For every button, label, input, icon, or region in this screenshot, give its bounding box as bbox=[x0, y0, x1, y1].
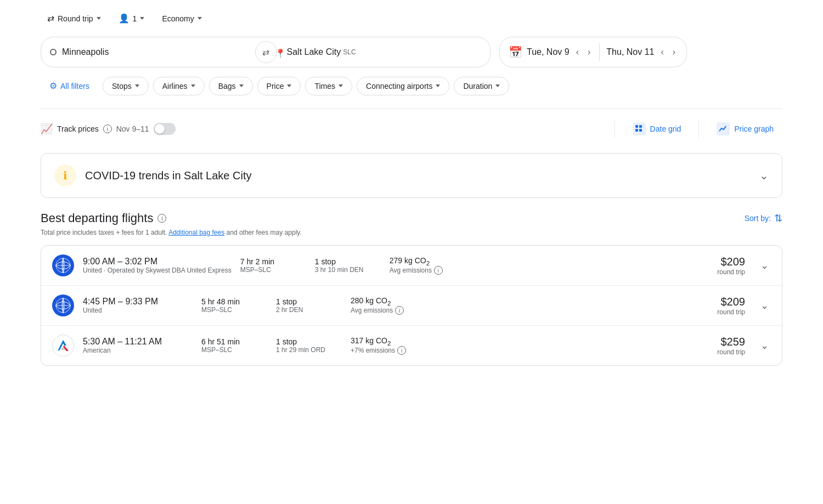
flight-row[interactable]: 5:30 AM – 11:21 AM American 6 hr 51 min … bbox=[41, 326, 782, 365]
flight-row[interactable]: 9:00 AM – 3:02 PM United · Operated by S… bbox=[41, 246, 782, 286]
price-graph-button[interactable]: Price graph bbox=[708, 118, 782, 140]
sort-by-label: Sort by: bbox=[745, 214, 771, 223]
track-prices-right: Date grid Price graph bbox=[610, 118, 782, 140]
bags-filter-button[interactable]: Bags bbox=[209, 77, 253, 95]
flight-price: $259 round trip bbox=[717, 336, 745, 356]
flight-expand-button[interactable]: ⌄ bbox=[758, 297, 771, 314]
connecting-airports-chevron-icon bbox=[436, 84, 440, 87]
swap-button[interactable]: ⇄ bbox=[255, 41, 277, 63]
calendar-icon: 📅 bbox=[509, 46, 522, 59]
flight-times: 9:00 AM – 3:02 PM United · Operated by S… bbox=[83, 257, 232, 274]
return-date-prev-button[interactable]: ‹ bbox=[658, 45, 666, 59]
price-chevron-icon bbox=[287, 84, 291, 87]
passengers-button[interactable]: 👤 1 bbox=[112, 9, 151, 28]
svg-rect-3 bbox=[639, 129, 642, 132]
emissions-info-icon[interactable]: i bbox=[395, 306, 404, 315]
airlines-chevron-icon bbox=[191, 84, 195, 87]
additional-bag-fees-link[interactable]: Additional bag fees bbox=[168, 229, 224, 236]
cabin-class-chevron-icon bbox=[198, 17, 202, 20]
times-filter-button[interactable]: Times bbox=[305, 77, 352, 95]
emissions-info-icon[interactable]: i bbox=[434, 266, 443, 275]
airlines-filter-button[interactable]: Airlines bbox=[153, 77, 205, 95]
flight-time-main: 5:30 AM – 11:21 AM bbox=[83, 337, 193, 347]
destination-code: SLC bbox=[343, 48, 356, 56]
date-grid-label: Date grid bbox=[650, 124, 681, 133]
flight-duration: 6 hr 51 min MSP–SLC bbox=[201, 337, 267, 354]
return-date[interactable]: Thu, Nov 11 bbox=[606, 47, 654, 57]
return-date-next-button[interactable]: › bbox=[670, 45, 678, 59]
sort-icon: ⇅ bbox=[774, 212, 782, 224]
destination-input[interactable]: 📍 Salt Lake City SLC bbox=[266, 47, 482, 57]
flight-depart-time: 5:30 AM bbox=[83, 337, 115, 346]
flights-list: 9:00 AM – 3:02 PM United · Operated by S… bbox=[41, 245, 782, 366]
emissions-info-icon[interactable]: i bbox=[397, 346, 406, 355]
track-prices-date: Nov 9–11 bbox=[116, 124, 149, 133]
flight-stops: 1 stop 3 hr 10 min DEN bbox=[315, 257, 381, 274]
flight-stop-detail: 2 hr DEN bbox=[276, 306, 342, 314]
connecting-airports-label: Connecting airports bbox=[366, 82, 432, 90]
svg-rect-1 bbox=[639, 125, 642, 128]
divider bbox=[41, 109, 782, 109]
flight-price: $209 round trip bbox=[717, 256, 745, 276]
flight-stops: 1 stop 2 hr DEN bbox=[276, 297, 342, 314]
covid-info-icon: ℹ bbox=[54, 165, 76, 186]
stops-filter-button[interactable]: Stops bbox=[103, 77, 149, 95]
round-trip-icon: ⇄ bbox=[47, 13, 54, 24]
flight-duration: 5 hr 48 min MSP–SLC bbox=[201, 297, 267, 314]
flight-depart-time: 9:00 AM bbox=[83, 257, 115, 266]
all-filters-label: All filters bbox=[60, 82, 89, 90]
svg-rect-2 bbox=[635, 129, 638, 132]
flight-stops-main: 1 stop bbox=[276, 337, 342, 346]
flight-price-main: $209 bbox=[717, 296, 745, 308]
flight-expand-button[interactable]: ⌄ bbox=[758, 337, 771, 354]
cabin-class-button[interactable]: Economy bbox=[155, 10, 208, 27]
track-separator-2 bbox=[698, 120, 699, 138]
flight-time-dash: – bbox=[117, 337, 125, 346]
best-departing-title: Best departing flights bbox=[41, 211, 153, 225]
flight-time-main: 4:45 PM – 9:33 PM bbox=[83, 297, 193, 307]
flight-dur-main: 7 hr 2 min bbox=[240, 257, 306, 266]
flight-duration: 7 hr 2 min MSP–SLC bbox=[240, 257, 306, 274]
track-prices-info-icon[interactable]: i bbox=[103, 124, 112, 133]
flight-airline: United bbox=[83, 307, 193, 314]
best-departing-info-icon[interactable]: i bbox=[157, 214, 166, 223]
flight-times: 5:30 AM – 11:21 AM American bbox=[83, 337, 193, 354]
covid-card[interactable]: ℹ COVID-19 trends in Salt Lake City ⌄ bbox=[41, 153, 782, 198]
times-label: Times bbox=[314, 82, 335, 90]
flight-co2: 317 kg CO2 bbox=[351, 336, 427, 347]
svg-rect-0 bbox=[635, 125, 638, 128]
flight-stop-detail: 1 hr 29 min ORD bbox=[276, 346, 342, 354]
person-icon: 👤 bbox=[119, 13, 129, 24]
top-bar: ⇄ Round trip 👤 1 Economy bbox=[41, 9, 782, 28]
depart-date[interactable]: Tue, Nov 9 bbox=[527, 47, 570, 57]
all-filters-button[interactable]: ⚙ All filters bbox=[41, 76, 98, 95]
price-filter-button[interactable]: Price bbox=[257, 77, 301, 95]
flight-price-sub: round trip bbox=[717, 348, 745, 356]
sort-by-button[interactable]: Sort by: ⇅ bbox=[745, 212, 782, 224]
flight-expand-button[interactable]: ⌄ bbox=[758, 257, 771, 274]
track-prices-toggle[interactable] bbox=[154, 123, 176, 135]
flight-row[interactable]: 4:45 PM – 9:33 PM United 5 hr 48 min MSP… bbox=[41, 286, 782, 326]
depart-date-prev-button[interactable]: ‹ bbox=[574, 45, 581, 59]
flight-stops: 1 stop 1 hr 29 min ORD bbox=[276, 337, 342, 354]
times-chevron-icon bbox=[339, 84, 343, 87]
flight-stop-detail: 3 hr 10 min DEN bbox=[315, 266, 381, 274]
subtitle-suffix: and other fees may apply. bbox=[227, 229, 302, 236]
trip-type-label: Round trip bbox=[58, 14, 93, 23]
airline-logo bbox=[52, 335, 74, 356]
airline-logo bbox=[52, 254, 74, 276]
flight-emissions: 317 kg CO2 +7% emissions i bbox=[351, 336, 427, 355]
depart-date-next-button[interactable]: › bbox=[585, 45, 593, 59]
date-grid-button[interactable]: Date grid bbox=[624, 118, 690, 140]
flight-price-main: $209 bbox=[717, 256, 745, 268]
flight-times: 4:45 PM – 9:33 PM United bbox=[83, 297, 193, 314]
flight-route: MSP–SLC bbox=[201, 346, 267, 354]
track-prices-bar: 📈 Track prices i Nov 9–11 Date gr bbox=[41, 118, 782, 140]
passengers-chevron-icon bbox=[140, 17, 144, 20]
track-prices-label: Track prices bbox=[57, 124, 99, 133]
origin-input[interactable]: Minneapolis bbox=[50, 47, 266, 57]
duration-filter-button[interactable]: Duration bbox=[454, 77, 509, 95]
connecting-airports-filter-button[interactable]: Connecting airports bbox=[357, 77, 449, 95]
track-prices-icon: 📈 bbox=[41, 123, 53, 135]
trip-type-button[interactable]: ⇄ Round trip bbox=[41, 9, 108, 28]
